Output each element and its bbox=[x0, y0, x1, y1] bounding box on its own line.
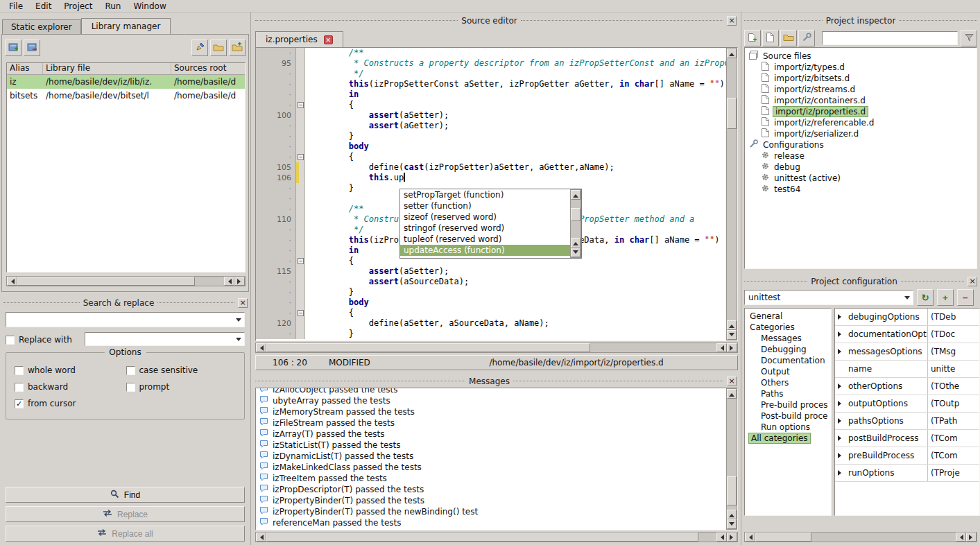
refresh-config-button[interactable]: ↻ bbox=[917, 289, 934, 306]
message-item[interactable]: izMakeLinkedClass passed the tests bbox=[256, 462, 726, 473]
config-category[interactable]: All categories bbox=[745, 433, 831, 444]
editor-line[interactable]: 105 define(cast(izPropSetter)aSetter, aG… bbox=[256, 162, 726, 173]
editor-line[interactable]: ·− { bbox=[256, 100, 726, 110]
scroll-down-button[interactable] bbox=[727, 330, 737, 340]
scroll-track[interactable] bbox=[266, 533, 716, 542]
backward-checkbox[interactable] bbox=[15, 383, 24, 392]
scroll-up-button[interactable] bbox=[727, 389, 737, 399]
editor-line[interactable]: · body bbox=[256, 297, 726, 308]
scroll-right-button[interactable] bbox=[234, 277, 245, 286]
scroll-thumb[interactable] bbox=[755, 533, 811, 542]
editor-line[interactable]: · body bbox=[256, 141, 726, 152]
message-item[interactable]: izFileStream passed the tests bbox=[256, 417, 726, 429]
config-category[interactable]: Post-build proce bbox=[745, 410, 831, 422]
scroll-thumb[interactable] bbox=[17, 277, 195, 286]
property-expander[interactable] bbox=[835, 309, 846, 325]
property-row[interactable]: preBuildProcess(TCom bbox=[835, 447, 979, 465]
tree-item[interactable]: import/iz/types.d bbox=[745, 62, 977, 73]
tree-item[interactable]: import/iz/containers.d bbox=[745, 95, 977, 106]
tree-item[interactable]: import/iz/bitsets.d bbox=[745, 73, 977, 84]
property-value[interactable]: (TDoc bbox=[928, 326, 979, 343]
scroll-track[interactable] bbox=[727, 399, 737, 510]
tree-item[interactable]: release bbox=[745, 150, 977, 162]
tree-item[interactable]: import/iz/streams.d bbox=[745, 84, 977, 95]
config-selector-combobox[interactable]: unittest bbox=[744, 290, 913, 305]
expand-arrow-icon[interactable] bbox=[838, 401, 844, 406]
scroll-up-button[interactable] bbox=[727, 510, 737, 519]
config-category[interactable]: Pre-build proces bbox=[745, 399, 831, 410]
library-column-header[interactable]: Library file bbox=[43, 63, 171, 74]
property-value[interactable]: unitte bbox=[928, 361, 979, 377]
property-row[interactable]: runOptions(TProje bbox=[835, 465, 979, 482]
scroll-left-button[interactable] bbox=[7, 277, 17, 286]
editor-line[interactable]: 100 assert(aSetter); bbox=[256, 110, 726, 121]
completion-item[interactable]: setter (function) bbox=[400, 200, 570, 211]
property-value[interactable]: (TDeb bbox=[928, 309, 979, 325]
add-library-button[interactable] bbox=[5, 40, 22, 56]
project-configuration-close-icon[interactable]: × bbox=[968, 277, 977, 286]
property-expander[interactable] bbox=[835, 430, 846, 447]
case-sensitive-checkbox[interactable] bbox=[126, 366, 135, 375]
config-category[interactable]: Run options bbox=[745, 422, 831, 433]
property-row[interactable]: pathsOptions(TPath bbox=[835, 413, 979, 430]
config-category[interactable]: Others bbox=[745, 377, 831, 388]
property-expander[interactable] bbox=[835, 413, 846, 429]
scroll-track[interactable] bbox=[727, 58, 737, 320]
property-row[interactable]: otherOptions(TOthe bbox=[835, 378, 979, 395]
messages-hscrollbar[interactable] bbox=[255, 532, 738, 542]
editor-line[interactable]: ·− { bbox=[256, 308, 726, 318]
property-row[interactable]: documentationOpti(TDoc bbox=[835, 326, 979, 343]
message-item[interactable]: izAllocObject passed the tests bbox=[256, 388, 726, 395]
editor-line[interactable]: ·− { bbox=[256, 152, 726, 162]
editor-vscrollbar[interactable] bbox=[726, 48, 737, 340]
completion-item[interactable]: sizeof (reserved word) bbox=[400, 211, 570, 223]
find-button[interactable]: Find bbox=[6, 487, 245, 503]
scroll-up-button[interactable] bbox=[727, 320, 737, 330]
editor-line[interactable]: · in bbox=[256, 89, 726, 100]
message-item[interactable]: izMemoryStream passed the tests bbox=[256, 406, 726, 417]
from-cursor-checkbox[interactable]: ✓ bbox=[15, 399, 24, 408]
property-value[interactable]: (TPath bbox=[928, 413, 979, 429]
scroll-thumb[interactable] bbox=[571, 208, 581, 221]
search-term-combobox[interactable] bbox=[6, 312, 245, 327]
menu-file[interactable]: File bbox=[3, 1, 29, 12]
fold-collapse-icon[interactable]: − bbox=[298, 258, 304, 264]
completion-scrollbar[interactable] bbox=[570, 189, 581, 258]
fold-collapse-icon[interactable]: − bbox=[298, 310, 304, 316]
tree-item[interactable]: import/iz/referencable.d bbox=[745, 117, 977, 128]
open-library-folder-button[interactable] bbox=[210, 40, 227, 56]
tab-library-manager[interactable]: Library manager bbox=[81, 18, 171, 34]
fold-collapse-icon[interactable]: − bbox=[298, 102, 304, 108]
library-row[interactable]: bitsets/home/basile/dev/bitset/l/home/ba… bbox=[7, 89, 245, 103]
config-category[interactable]: Documentation bbox=[745, 355, 831, 366]
editor-line[interactable]: · */ bbox=[256, 69, 726, 79]
add-folder-button[interactable] bbox=[229, 40, 246, 56]
library-table-hscrollbar[interactable] bbox=[6, 276, 246, 286]
property-expander[interactable] bbox=[835, 378, 846, 395]
new-source-button[interactable] bbox=[762, 30, 779, 46]
scroll-thumb[interactable] bbox=[727, 98, 737, 129]
message-item[interactable]: izPropDescriptor(T) passed the tests bbox=[256, 484, 726, 495]
scroll-track[interactable] bbox=[571, 200, 581, 238]
messages-vscrollbar[interactable] bbox=[726, 388, 737, 530]
editor-line[interactable]: · /** bbox=[256, 48, 726, 58]
expand-arrow-icon[interactable] bbox=[838, 418, 844, 424]
scroll-thumb[interactable] bbox=[266, 533, 698, 542]
editor-hscrollbar[interactable] bbox=[255, 343, 738, 353]
replace-all-button[interactable]: Replace all bbox=[6, 526, 245, 542]
message-item[interactable]: izTreeItem passed the tests bbox=[256, 473, 726, 484]
property-expander[interactable] bbox=[835, 447, 846, 464]
property-row[interactable]: messagesOptions(TMsg bbox=[835, 343, 979, 361]
library-column-header[interactable]: Sources root bbox=[171, 63, 246, 74]
search-panel-close-icon[interactable]: × bbox=[238, 298, 248, 308]
scroll-thumb[interactable] bbox=[727, 476, 737, 505]
property-value[interactable]: (TOthe bbox=[928, 378, 979, 395]
scroll-up-button[interactable] bbox=[571, 190, 581, 200]
scroll-left-button[interactable] bbox=[745, 533, 755, 542]
property-row[interactable]: debugingOptions(TDeb bbox=[835, 309, 979, 326]
add-config-button[interactable]: + bbox=[937, 289, 954, 306]
scroll-down-button[interactable] bbox=[571, 248, 581, 257]
project-tools-button[interactable] bbox=[798, 30, 815, 46]
property-row[interactable]: nameunitte bbox=[835, 361, 979, 378]
tree-item[interactable]: test64 bbox=[745, 184, 977, 195]
